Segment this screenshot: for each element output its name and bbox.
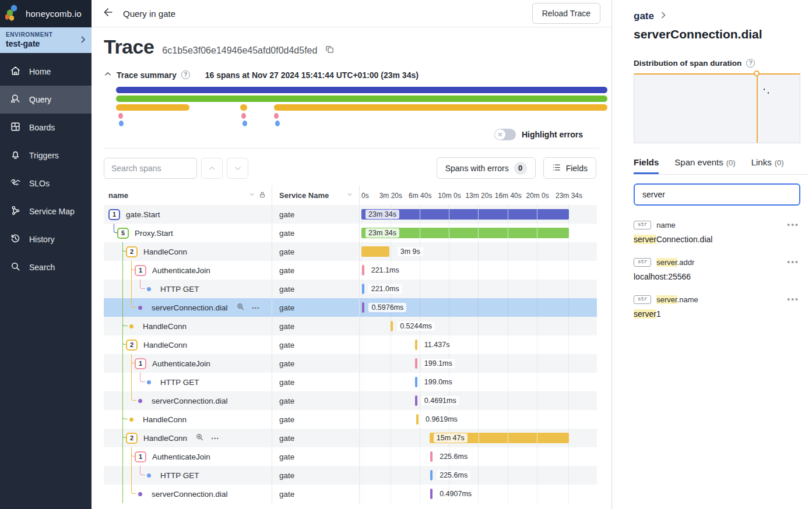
duration-tick[interactable]	[415, 395, 417, 406]
child-count-badge[interactable]: 2	[126, 433, 138, 444]
sidebar-item-triggers[interactable]: Triggers	[0, 142, 92, 169]
child-count-badge[interactable]: 2	[126, 246, 138, 257]
trace-row-HandleConn[interactable]: 2HandleConngate11.437s	[104, 335, 597, 354]
duration-tick[interactable]	[430, 489, 433, 499]
trace-row-HTTP GET[interactable]: HTTP GETgate221.0ms	[104, 280, 597, 298]
sidebar-item-service-map[interactable]: Service Map	[0, 197, 92, 225]
waterfall-cell[interactable]: 0.4691ms	[360, 391, 597, 410]
span-name-cell[interactable]: HTTP GET	[104, 466, 272, 485]
trace-row-serverConnection.dial[interactable]: serverConnection.dialgate0.4691ms	[104, 391, 597, 410]
span-name-cell[interactable]: serverConnection.dial	[104, 485, 272, 503]
span-name-cell[interactable]: 1AuthenticateJoin	[104, 261, 272, 280]
span-name-cell[interactable]: serverConnection.dial	[104, 391, 272, 410]
span-name-cell[interactable]: 5Proxy.Start	[104, 224, 272, 242]
duration-tick[interactable]	[430, 470, 433, 480]
waterfall-cell[interactable]: 23m 34s	[360, 205, 597, 224]
span-name-cell[interactable]: 1AuthenticateJoin	[104, 447, 272, 466]
field-item[interactable]: strserver.addr•••localhost:25566	[634, 257, 800, 281]
logo[interactable]: honeycomb.io	[0, 0, 92, 27]
chevron-down-icon[interactable]	[346, 191, 353, 200]
trace-row-Proxy.Start[interactable]: 5Proxy.Startgate23m 34s	[104, 224, 597, 242]
span-name-cell[interactable]: 2HandleConn	[104, 335, 272, 354]
waterfall-cell[interactable]: 221.1ms	[360, 261, 597, 280]
duration-tick[interactable]	[391, 321, 393, 331]
child-count-badge[interactable]: 1	[135, 265, 146, 276]
fields-button[interactable]: Fields	[543, 157, 596, 179]
waterfall-cell[interactable]: 199.0ms	[360, 373, 597, 391]
span-name-cell[interactable]: HandleConn	[104, 317, 272, 335]
waterfall-cell[interactable]: 11.437s	[360, 335, 597, 354]
help-icon[interactable]: ?	[181, 70, 190, 79]
zoom-in-icon[interactable]	[195, 433, 204, 443]
field-search-input[interactable]	[634, 183, 800, 206]
trace-row-AuthenticateJoin[interactable]: 1AuthenticateJoingate225.6ms	[104, 447, 597, 466]
service-column-header[interactable]: Service Name	[272, 186, 360, 205]
duration-tick[interactable]	[415, 358, 417, 369]
duration-tick[interactable]	[362, 284, 364, 294]
more-actions-icon[interactable]: ⋯	[211, 433, 220, 443]
child-count-badge[interactable]: 1	[135, 358, 146, 369]
back-arrow-icon[interactable]	[103, 6, 114, 20]
waterfall-cell[interactable]: 3m 9s	[360, 242, 597, 261]
duration-tick[interactable]	[416, 414, 419, 425]
sidebar-item-slos[interactable]: SLOs	[0, 169, 92, 197]
sidebar-item-history[interactable]: History	[0, 225, 92, 253]
waterfall-cell[interactable]: 199.1ms	[360, 354, 597, 373]
span-name-cell[interactable]: 1AuthenticateJoin	[104, 354, 272, 373]
trace-row-HTTP GET[interactable]: HTTP GETgate225.6ms	[104, 466, 597, 485]
waterfall-cell[interactable]: 0.5976ms	[360, 298, 597, 317]
sidebar-item-search[interactable]: Search	[0, 253, 92, 281]
tab-links[interactable]: Links(0)	[751, 157, 784, 174]
waterfall-cell[interactable]: 221.0ms	[360, 280, 597, 298]
tab-fields[interactable]: Fields	[634, 157, 659, 174]
trace-row-AuthenticateJoin[interactable]: 1AuthenticateJoingate221.1ms	[104, 261, 597, 280]
waterfall-cell[interactable]: 23m 34s	[360, 224, 597, 242]
trace-row-serverConnection.dial[interactable]: serverConnection.dial⋯gate0.5976ms	[104, 298, 597, 317]
chevron-down-icon[interactable]	[248, 191, 255, 200]
span-name-cell[interactable]: HTTP GET	[104, 373, 272, 391]
sidebar-item-boards[interactable]: Boards	[0, 114, 92, 142]
trace-row-gate.Start[interactable]: 1gate.Startgate23m 34s	[104, 205, 597, 224]
child-count-badge[interactable]: 2	[126, 340, 138, 351]
field-item[interactable]: strserver.name•••server1	[634, 295, 800, 319]
spans-with-errors-button[interactable]: Spans with errors 0	[437, 157, 536, 179]
duration-bar[interactable]	[361, 246, 389, 257]
duration-tick[interactable]	[430, 451, 433, 462]
name-column-header[interactable]: name	[104, 186, 272, 205]
sidebar-item-home[interactable]: Home	[0, 58, 92, 86]
field-item[interactable]: strname•••serverConnection.dial	[634, 220, 800, 244]
trace-row-HandleConn[interactable]: HandleConngate0.9619ms	[104, 410, 597, 429]
duration-tick[interactable]	[415, 377, 417, 387]
trace-row-HandleConn[interactable]: 2HandleConngate3m 9s	[104, 242, 597, 261]
more-actions-icon[interactable]: ⋯	[252, 303, 261, 312]
trace-summary-label[interactable]: Trace summary	[117, 70, 177, 80]
span-name-cell[interactable]: HTTP GET	[104, 280, 272, 298]
field-menu-icon[interactable]: •••	[787, 257, 799, 267]
trace-row-HandleConn[interactable]: HandleConngate0.5244ms	[104, 317, 597, 335]
duration-tick[interactable]	[362, 265, 364, 275]
waterfall-cell[interactable]: 225.6ms	[360, 447, 597, 466]
lock-icon[interactable]	[259, 191, 266, 200]
child-count-badge[interactable]: 1	[108, 209, 120, 220]
trace-row-AuthenticateJoin[interactable]: 1AuthenticateJoingate199.1ms	[104, 354, 597, 373]
zoom-in-icon[interactable]	[236, 302, 245, 313]
sidebar-item-query[interactable]: Query	[0, 86, 92, 114]
reload-trace-button[interactable]: Reload Trace	[532, 3, 600, 24]
trace-row-serverConnection.dial[interactable]: serverConnection.dialgate0.4907ms	[104, 485, 597, 503]
next-match-button[interactable]	[227, 158, 248, 179]
trace-minimap[interactable]	[116, 87, 607, 125]
span-name-cell[interactable]: 2HandleConn	[104, 242, 272, 261]
span-name-cell[interactable]: serverConnection.dial⋯	[104, 298, 272, 317]
trace-row-HTTP GET[interactable]: HTTP GETgate199.0ms	[104, 373, 597, 391]
help-icon[interactable]: ?	[746, 59, 755, 68]
duration-tick[interactable]	[362, 302, 364, 313]
waterfall-cell[interactable]: 15m 47s	[360, 429, 597, 447]
collapse-caret-icon[interactable]	[104, 70, 112, 80]
duration-tick[interactable]	[415, 340, 417, 350]
span-name-cell[interactable]: HandleConn	[104, 410, 272, 429]
tab-span-events[interactable]: Span events(0)	[674, 157, 735, 174]
copy-icon[interactable]	[325, 45, 334, 56]
trace-row-HandleConn[interactable]: 2HandleConn⋯gate15m 47s	[104, 429, 597, 447]
waterfall-cell[interactable]: 0.4907ms	[360, 485, 597, 503]
waterfall-cell[interactable]: 0.5244ms	[360, 317, 597, 335]
